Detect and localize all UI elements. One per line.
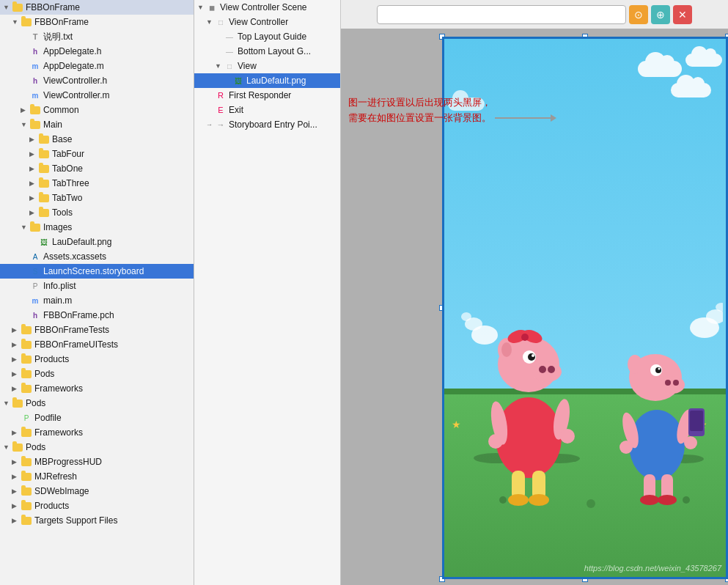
tree-label-sdwebimage: SDWebImage bbox=[34, 486, 89, 496]
scene-item-first-responder[interactable]: R First Responder bbox=[194, 88, 340, 103]
tree-item-fbbonframe-root[interactable]: ▼ FBBOnFrame bbox=[0, 0, 194, 15]
tree-icon-shuoming: T bbox=[29, 31, 41, 43]
tree-label-products-top: Products bbox=[34, 354, 69, 364]
tree-arrow-fbbonframe-sub: ▼ bbox=[12, 18, 21, 26]
tree-label-fbbonframe-sub: FBBOnFrame bbox=[34, 17, 89, 27]
scene-item-vc[interactable]: ▼ □ View Controller bbox=[194, 15, 340, 29]
scene-label-first-responder: First Responder bbox=[229, 90, 291, 100]
tree-icon-mbprogresshud bbox=[21, 456, 32, 468]
tree-item-viewcontroller-m[interactable]: m ViewController.m bbox=[0, 88, 194, 103]
tree-item-laudefault-png[interactable]: 🖼 LauDefault.png bbox=[0, 235, 194, 249]
tree-item-appdelegate-h[interactable]: h AppDelegate.h bbox=[0, 44, 194, 59]
tree-arrow-tabthree: ▶ bbox=[29, 180, 38, 187]
tree-item-pods-group[interactable]: ▼ Pods bbox=[0, 396, 194, 411]
tree-item-products-bottom[interactable]: ▶ Products bbox=[0, 498, 194, 513]
tree-item-images[interactable]: ▼ Images bbox=[0, 220, 194, 235]
toolbar-input-field[interactable] bbox=[377, 5, 626, 24]
tree-item-common[interactable]: ▶ Common bbox=[0, 103, 194, 117]
tree-label-frameworks-top: Frameworks bbox=[34, 383, 83, 394]
tree-icon-tabthree bbox=[38, 177, 50, 189]
tree-label-launchscreen-storyboard: LaunchScreen.storyboard bbox=[43, 266, 144, 276]
tree-item-products-top[interactable]: ▶ Products bbox=[0, 352, 194, 367]
tree-label-laudefault-png: LauDefault.png bbox=[52, 237, 111, 247]
scene-item-storyboard-entry[interactable]: → → Storyboard Entry Poi... bbox=[194, 117, 340, 132]
annotation-arrow bbox=[495, 117, 554, 119]
tree-icon-tools bbox=[38, 207, 50, 218]
tree-item-targets-support[interactable]: ▶ Targets Support Files bbox=[0, 513, 194, 528]
tree-arrow-frameworks-pods: ▶ bbox=[12, 429, 21, 436]
tree-icon-fbbonframe-root bbox=[12, 1, 23, 13]
tree-icon-tabtwo bbox=[38, 192, 50, 204]
tree-label-shuoming: 说明.txt bbox=[43, 31, 73, 43]
tree-item-tabone[interactable]: ▶ TabOne bbox=[0, 161, 194, 176]
svg-point-23 bbox=[461, 312, 471, 321]
tree-arrow-main: ▼ bbox=[21, 121, 29, 128]
tree-item-sdwebimage[interactable]: ▶ SDWebImage bbox=[0, 484, 194, 498]
scene-label-laudefault-view: LauDefault.png bbox=[246, 76, 306, 86]
tree-item-assets-xcassets[interactable]: A Assets.xcassets bbox=[0, 249, 194, 264]
tree-item-launchscreen-storyboard[interactable]: S LaunchScreen.storyboard bbox=[0, 264, 194, 279]
scene-arrow-view: ▼ bbox=[215, 62, 224, 70]
tree-arrow-products-bottom: ▶ bbox=[12, 502, 21, 509]
tree-label-tools: Tools bbox=[52, 207, 73, 218]
tree-item-tabthree[interactable]: ▶ TabThree bbox=[0, 176, 194, 191]
svg-point-31 bbox=[658, 368, 661, 370]
scene-item-top-layout[interactable]: — Top Layout Guide bbox=[194, 29, 340, 44]
scene-item-view[interactable]: ▼ □ View bbox=[194, 59, 340, 73]
tree-item-tabtwo[interactable]: ▶ TabTwo bbox=[0, 191, 194, 205]
svg-point-32 bbox=[628, 355, 642, 374]
tree-icon-fbbonframe-pch: h bbox=[29, 309, 41, 321]
tree-icon-pods-sub bbox=[12, 441, 23, 453]
tree-item-shuoming[interactable]: T 说明.txt bbox=[0, 29, 194, 44]
tree-item-frameworks-pods[interactable]: ▶ Frameworks bbox=[0, 425, 194, 440]
svg-point-46 bbox=[499, 496, 507, 504]
tree-item-mjrefresh[interactable]: ▶ MJRefresh bbox=[0, 469, 194, 484]
svg-point-41 bbox=[640, 495, 659, 505]
scene-item-vc-scene[interactable]: ▼ ◼ View Controller Scene bbox=[194, 0, 340, 15]
svg-point-3 bbox=[539, 366, 546, 373]
tree-icon-info-plist: P bbox=[29, 280, 41, 292]
tree-item-pods-top[interactable]: ▶ Pods bbox=[0, 367, 194, 381]
toolbar-btn-2[interactable]: ⊕ bbox=[651, 5, 670, 24]
tree-item-main[interactable]: ▼ Main bbox=[0, 117, 194, 132]
toolbar-btn-3[interactable]: ✕ bbox=[673, 5, 692, 24]
tree-item-mbprogresshud[interactable]: ▶ MBProgressHUD bbox=[0, 455, 194, 469]
tree-item-appdelegate-m[interactable]: m AppDelegate.m bbox=[0, 59, 194, 73]
tree-item-pods-sub[interactable]: ▼ Pods bbox=[0, 440, 194, 455]
tree-item-tools[interactable]: ▶ Tools bbox=[0, 205, 194, 220]
svg-point-19 bbox=[508, 494, 529, 506]
scene-item-laudefault-view[interactable]: 🖼 LauDefault.png bbox=[194, 73, 340, 88]
svg-point-47 bbox=[587, 499, 595, 508]
tree-item-frameworks-top[interactable]: ▶ Frameworks bbox=[0, 381, 194, 396]
tree-icon-frameworks-top bbox=[21, 383, 32, 394]
tree-label-main-m: main.m bbox=[43, 295, 72, 306]
tree-item-viewcontroller-h[interactable]: h ViewController.h bbox=[0, 73, 194, 88]
tree-icon-base bbox=[38, 133, 50, 145]
file-tree-panel: ▼ FBBOnFrame ▼ FBBOnFrame T 说明.txt h App… bbox=[0, 0, 194, 585]
tree-item-main-m[interactable]: m main.m bbox=[0, 293, 194, 308]
cloud-3 bbox=[671, 83, 711, 98]
scene-item-exit[interactable]: E Exit bbox=[194, 103, 340, 117]
tree-item-podfile[interactable]: P Podfile bbox=[0, 411, 194, 425]
tree-item-tabfour[interactable]: ▶ TabFour bbox=[0, 147, 194, 161]
tree-arrow-targets-support: ▶ bbox=[12, 517, 21, 524]
tree-label-info-plist: Info.plist bbox=[43, 281, 76, 291]
tree-item-info-plist[interactable]: P Info.plist bbox=[0, 279, 194, 293]
tree-item-base[interactable]: ▶ Base bbox=[0, 132, 194, 147]
tree-item-fbbonframe-sub[interactable]: ▼ FBBOnFrame bbox=[0, 15, 194, 29]
tree-arrow-sdwebimage: ▶ bbox=[12, 488, 21, 495]
tree-icon-assets-xcassets: A bbox=[29, 251, 41, 262]
toolbar-btn-1[interactable]: ⊙ bbox=[629, 5, 648, 24]
tree-label-fbbonframe-uitests: FBBOnFrameUITests bbox=[34, 339, 118, 350]
tree-item-fbbonframe-uitests[interactable]: ▶ FBBOnFrameUITests bbox=[0, 337, 194, 352]
scene-item-bottom-layout[interactable]: — Bottom Layout G... bbox=[194, 44, 340, 59]
svg-point-38 bbox=[684, 436, 697, 449]
tree-item-fbbonframe-tests[interactable]: ▶ FBBOnFrameTests bbox=[0, 323, 194, 337]
svg-rect-36 bbox=[690, 411, 703, 431]
cloud-1 bbox=[638, 61, 682, 77]
tree-label-appdelegate-m: AppDelegate.m bbox=[43, 61, 104, 71]
characters-svg bbox=[459, 262, 723, 518]
tree-item-fbbonframe-pch[interactable]: h FBBOnFrame.pch bbox=[0, 308, 194, 323]
svg-point-37 bbox=[619, 441, 633, 454]
tree-label-mjrefresh: MJRefresh bbox=[34, 471, 77, 482]
